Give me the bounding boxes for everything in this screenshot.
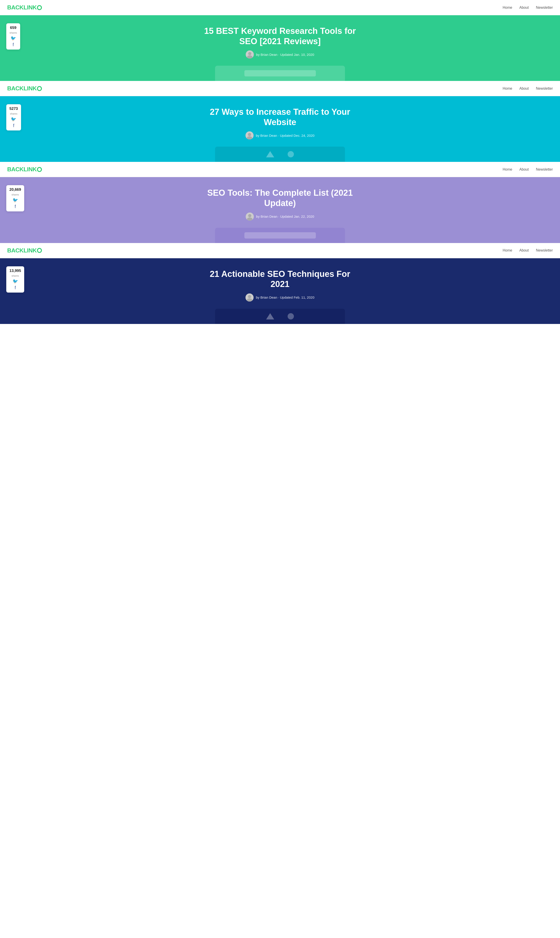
logo-1[interactable]: BACKLINK bbox=[7, 4, 42, 11]
preview-shape-circle bbox=[288, 151, 294, 157]
article-title-1: 15 BEST Keyword Research Tools for SEO [… bbox=[204, 26, 356, 46]
hero-preview-4 bbox=[215, 309, 345, 324]
nav-home-3[interactable]: Home bbox=[503, 167, 512, 171]
svg-point-1 bbox=[248, 52, 251, 55]
article-title-2: 27 Ways to Increase Traffic to Your Webs… bbox=[204, 107, 356, 127]
preview-shape-triangle bbox=[266, 151, 274, 157]
nav-newsletter-4[interactable]: Newsletter bbox=[536, 248, 553, 252]
facebook-icon-4[interactable]: f bbox=[15, 285, 16, 290]
share-count-4: 13,995 bbox=[9, 268, 21, 273]
logo-text-2: BACKLINK bbox=[7, 85, 37, 92]
article-title-4: 21 Actionable SEO Techniques For 2021 bbox=[204, 269, 356, 289]
facebook-icon-1[interactable]: f bbox=[12, 42, 14, 47]
hero-meta-3: by Brian Dean · Updated Jan. 22, 2020 bbox=[246, 213, 314, 221]
share-label-1: shares bbox=[9, 31, 17, 34]
twitter-icon-1[interactable]: 🐦 bbox=[11, 35, 16, 41]
nav-home-2[interactable]: Home bbox=[503, 86, 512, 90]
share-count-3: 20,669 bbox=[9, 187, 21, 192]
section-4: BACKLINK Home About Newsletter 13,995 sh… bbox=[0, 243, 560, 324]
avatar-2 bbox=[246, 131, 254, 139]
section-1: BACKLINK Home About Newsletter 659 share… bbox=[0, 0, 560, 81]
logo-o-4 bbox=[37, 248, 42, 253]
nav-newsletter-3[interactable]: Newsletter bbox=[536, 167, 553, 171]
navbar-2: BACKLINK Home About Newsletter bbox=[0, 81, 560, 96]
nav-about-4[interactable]: About bbox=[520, 248, 529, 252]
nav-about-1[interactable]: About bbox=[520, 6, 529, 9]
logo-o-3 bbox=[37, 167, 42, 172]
share-label-4: shares bbox=[11, 275, 19, 277]
facebook-icon-2[interactable]: f bbox=[13, 123, 14, 128]
nav-links-1: Home About Newsletter bbox=[503, 6, 553, 10]
share-box-2: 5273 shares 🐦 f bbox=[6, 104, 21, 131]
nav-links-3: Home About Newsletter bbox=[503, 167, 553, 171]
hero-meta-text-3: by Brian Dean · Updated Jan. 22, 2020 bbox=[256, 214, 314, 218]
hero-3: 20,669 shares 🐦 f SEO Tools: The Complet… bbox=[0, 177, 560, 243]
hero-meta-1: by Brian Dean · Updated Jan. 10, 2020 bbox=[246, 51, 314, 59]
logo-3[interactable]: BACKLINK bbox=[7, 166, 42, 173]
nav-newsletter-1[interactable]: Newsletter bbox=[536, 6, 553, 9]
avatar-1 bbox=[246, 51, 254, 59]
svg-point-7 bbox=[248, 214, 251, 217]
logo-o-2 bbox=[37, 86, 42, 91]
hero-preview-inner-3 bbox=[245, 232, 316, 239]
logo-text-1: BACKLINK bbox=[7, 4, 37, 11]
logo-text-4: BACKLINK bbox=[7, 247, 37, 254]
navbar-4: BACKLINK Home About Newsletter bbox=[0, 243, 560, 258]
hero-preview-inner-1 bbox=[245, 70, 316, 76]
preview-shape-circle-4 bbox=[288, 313, 294, 319]
share-label-3: shares bbox=[11, 193, 19, 196]
twitter-icon-4[interactable]: 🐦 bbox=[12, 278, 18, 284]
preview-shape-triangle-4 bbox=[266, 313, 274, 319]
hero-1: 659 shares 🐦 f 15 BEST Keyword Research … bbox=[0, 15, 560, 81]
nav-links-2: Home About Newsletter bbox=[503, 86, 553, 91]
navbar-1: BACKLINK Home About Newsletter bbox=[0, 0, 560, 15]
share-box-4: 13,995 shares 🐦 f bbox=[6, 266, 24, 293]
nav-links-4: Home About Newsletter bbox=[503, 248, 553, 252]
svg-point-10 bbox=[248, 295, 251, 298]
logo-text-3: BACKLINK bbox=[7, 166, 37, 173]
twitter-icon-3[interactable]: 🐦 bbox=[12, 197, 18, 203]
nav-about-2[interactable]: About bbox=[520, 86, 529, 90]
nav-home-1[interactable]: Home bbox=[503, 6, 512, 9]
hero-4: 13,995 shares 🐦 f 21 Actionable SEO Tech… bbox=[0, 258, 560, 324]
nav-newsletter-2[interactable]: Newsletter bbox=[536, 86, 553, 90]
share-box-1: 659 shares 🐦 f bbox=[6, 23, 20, 49]
article-title-3: SEO Tools: The Complete List (2021 Updat… bbox=[204, 188, 356, 208]
twitter-icon-2[interactable]: 🐦 bbox=[11, 116, 16, 122]
hero-meta-text-1: by Brian Dean · Updated Jan. 10, 2020 bbox=[256, 53, 314, 57]
hero-preview-3 bbox=[215, 228, 345, 243]
logo-o-1 bbox=[37, 5, 42, 10]
share-box-3: 20,669 shares 🐦 f bbox=[6, 185, 24, 211]
facebook-icon-3[interactable]: f bbox=[15, 204, 16, 209]
nav-about-3[interactable]: About bbox=[520, 167, 529, 171]
hero-meta-2: by Brian Dean · Updated Dec. 24, 2020 bbox=[246, 131, 314, 139]
avatar-3 bbox=[246, 213, 254, 221]
hero-preview-1 bbox=[215, 66, 345, 81]
avatar-4 bbox=[246, 293, 254, 302]
hero-meta-text-2: by Brian Dean · Updated Dec. 24, 2020 bbox=[256, 134, 314, 137]
hero-2: 5273 shares 🐦 f 27 Ways to Increase Traf… bbox=[0, 96, 560, 162]
hero-meta-text-4: by Brian Dean · Updated Feb. 11, 2020 bbox=[256, 295, 314, 299]
navbar-3: BACKLINK Home About Newsletter bbox=[0, 162, 560, 177]
hero-meta-4: by Brian Dean · Updated Feb. 11, 2020 bbox=[246, 293, 314, 302]
share-count-2: 5273 bbox=[9, 106, 18, 111]
hero-preview-2 bbox=[215, 147, 345, 162]
share-label-2: shares bbox=[10, 112, 17, 115]
section-2: BACKLINK Home About Newsletter 5273 shar… bbox=[0, 81, 560, 162]
logo-2[interactable]: BACKLINK bbox=[7, 85, 42, 92]
share-count-1: 659 bbox=[10, 26, 16, 30]
svg-point-4 bbox=[248, 133, 251, 136]
section-3: BACKLINK Home About Newsletter 20,669 sh… bbox=[0, 162, 560, 243]
logo-4[interactable]: BACKLINK bbox=[7, 247, 42, 254]
nav-home-4[interactable]: Home bbox=[503, 248, 512, 252]
